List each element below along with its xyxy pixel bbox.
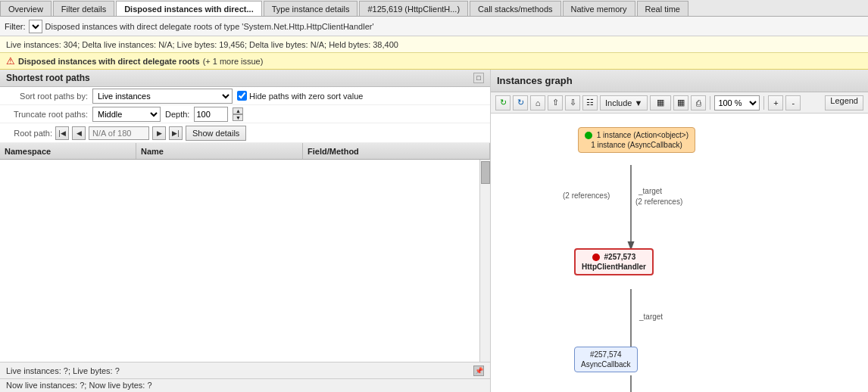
svg-text:_target: _target — [638, 187, 662, 195]
status-text: Live instances: ?; Live bytes: ? — [6, 366, 120, 375]
tab-disposed-instances[interactable]: Disposed instances with direct... — [116, 1, 262, 16]
toolbar-sep2 — [763, 96, 764, 110]
zoom-out-btn[interactable]: - — [785, 95, 801, 110]
status-bar-bottom: Now live instances: ?; Now live bytes: ? — [0, 378, 490, 392]
hide-zero-text: Hide paths with zero sort value — [249, 92, 363, 101]
panel-maximize-icon[interactable]: □ — [473, 73, 484, 83]
toolbar-sep — [710, 96, 710, 110]
node-httpclienthandler[interactable]: #257,573 HttpClientHandler — [574, 248, 654, 275]
status-text2: Now live instances: ?; Now live bytes: ? — [6, 381, 152, 390]
table-header: Namespace Name Field/Method — [0, 143, 490, 160]
depth-label: Depth: — [165, 110, 189, 119]
zoom-select[interactable]: 100 % — [714, 95, 760, 110]
nav-first-btn[interactable]: |◀ — [55, 126, 69, 140]
scrollbar[interactable] — [479, 160, 490, 362]
sort-row: Sort root paths by: Live instances Hide … — [0, 87, 490, 105]
nav-last-btn[interactable]: ▶| — [169, 126, 183, 140]
nav-prev-btn[interactable]: ◀ — [72, 126, 86, 140]
include-dropdown-icon: ▼ — [634, 98, 642, 107]
warning-text: Disposed instances with direct delegate … — [18, 57, 200, 66]
tab-filter-details[interactable]: Filter details — [53, 1, 114, 16]
tab-real-time[interactable]: Real time — [637, 1, 688, 16]
grid-btn[interactable]: ☷ — [582, 95, 598, 110]
tab-native-memory[interactable]: Native memory — [563, 1, 635, 16]
warning-icon: ⚠ — [6, 55, 15, 67]
zoom-in-btn[interactable]: + — [768, 95, 783, 110]
col-namespace: Namespace — [0, 143, 136, 159]
node-action-asynccallback[interactable]: 1 instance (Action<object>) 1 instance (… — [578, 127, 695, 153]
graph-svg: (2 references) _target (2 references) _t… — [491, 114, 868, 392]
home-btn[interactable]: ⌂ — [530, 95, 545, 110]
sort-select[interactable]: Live instances — [92, 89, 233, 104]
include-button[interactable]: Include ▼ — [600, 95, 648, 110]
right-panel: Instances graph ↻ ↻ ⌂ ⇧ ⇩ ☷ Include ▼ ▦ … — [491, 70, 868, 392]
copy-btn[interactable]: ⎙ — [691, 95, 706, 110]
svg-text:_target: _target — [639, 313, 663, 321]
hide-zero-checkbox[interactable] — [237, 91, 247, 101]
warning-suffix: (+ 1 more issue) — [203, 57, 264, 66]
main-content: Shortest root paths □ Sort root paths by… — [0, 70, 868, 392]
legend-button[interactable]: Legend — [825, 95, 863, 110]
col-field-method: Field/Method — [303, 143, 490, 159]
filter-dropdown[interactable] — [29, 20, 42, 33]
tab-overview[interactable]: Overview — [0, 1, 52, 16]
filter-bar: Filter: Disposed instances with direct d… — [0, 17, 868, 36]
info-bar: Live instances: 304; Delta live instance… — [0, 36, 868, 53]
instances-graph-title: Instances graph — [491, 70, 868, 92]
table-body[interactable] — [0, 160, 490, 362]
truncate-select[interactable]: Middle — [92, 107, 161, 122]
tab-type-instance-details[interactable]: Type instance details — [264, 1, 358, 16]
group-btn[interactable]: ▦ — [673, 95, 688, 110]
root-path-label: Root path: — [5, 129, 52, 138]
root-path-nav: N/A of 180 — [89, 126, 149, 140]
down-btn[interactable]: ⇩ — [565, 95, 580, 110]
refresh-green-btn[interactable]: ↻ — [495, 95, 510, 110]
depth-down-btn[interactable]: ▼ — [233, 114, 243, 121]
sort-label: Sort root paths by: — [5, 92, 88, 101]
node1-green-icon — [585, 131, 597, 139]
depth-input[interactable] — [194, 107, 228, 122]
left-panel-title: Shortest root paths □ — [0, 70, 490, 87]
truncate-label: Truncate root paths: — [5, 110, 88, 119]
hide-zero-label[interactable]: Hide paths with zero sort value — [237, 91, 363, 101]
svg-text:(2 references): (2 references) — [563, 191, 610, 200]
node-asynccallback[interactable]: #257,574 AsyncCallback — [574, 347, 638, 372]
graph-canvas[interactable]: (2 references) _target (2 references) _t… — [491, 114, 868, 392]
col-name: Name — [136, 143, 303, 159]
warning-bar: ⚠ Disposed instances with direct delegat… — [0, 53, 868, 70]
up-btn[interactable]: ⇧ — [548, 95, 563, 110]
status-bar: Live instances: ?; Live bytes: ? 📌 — [0, 362, 490, 378]
depth-up-btn[interactable]: ▲ — [233, 107, 243, 114]
scroll-thumb[interactable] — [481, 161, 490, 184]
tab-125619[interactable]: #125,619 (HttpClientH...) — [359, 1, 468, 16]
shortest-root-paths-title: Shortest root paths — [6, 73, 90, 83]
root-path-row: Root path: |◀ ◀ N/A of 180 ▶ ▶| Show det… — [0, 123, 490, 143]
info-text: Live instances: 304; Delta live instance… — [6, 40, 398, 49]
nav-next-btn[interactable]: ▶ — [152, 126, 166, 140]
tab-call-stacks[interactable]: Call stacks/methods — [470, 1, 560, 16]
depth-spinner: ▲ ▼ — [233, 107, 243, 121]
tabs-bar: Overview Filter details Disposed instanc… — [0, 0, 868, 17]
left-panel: Shortest root paths □ Sort root paths by… — [0, 70, 491, 392]
refresh-btn[interactable]: ↻ — [513, 95, 528, 110]
filter-value: Disposed instances with direct delegate … — [45, 22, 864, 31]
graph-toolbar: ↻ ↻ ⌂ ⇧ ⇩ ☷ Include ▼ ▦ ▦ ⎙ 100 % + - Le… — [491, 92, 868, 114]
truncate-row: Truncate root paths: Middle Depth: ▲ ▼ — [0, 105, 490, 123]
pin-icon[interactable]: 📌 — [473, 366, 484, 376]
svg-text:(2 references): (2 references) — [635, 198, 682, 206]
layout-btn[interactable]: ▦ — [650, 95, 671, 110]
show-details-button[interactable]: Show details — [186, 126, 246, 141]
filter-label: Filter: — [5, 22, 26, 31]
